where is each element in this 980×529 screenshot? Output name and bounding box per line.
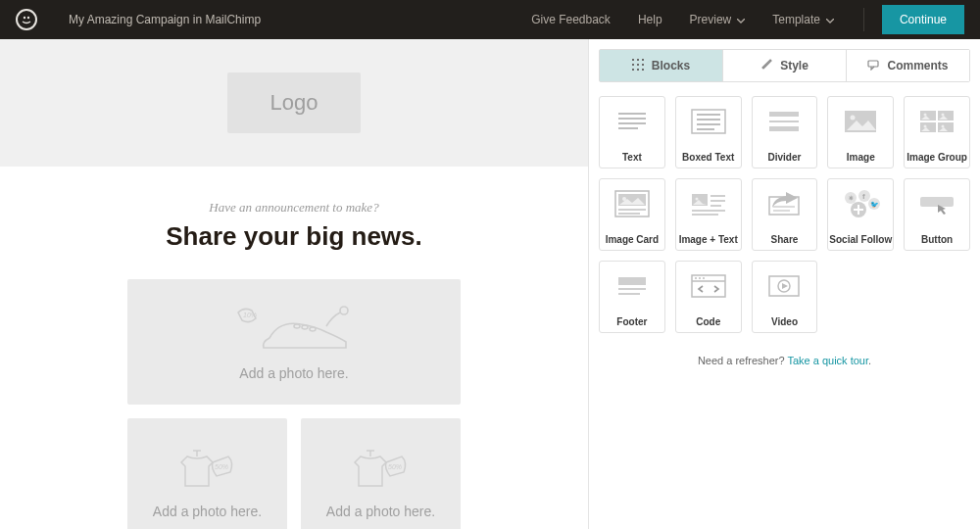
hero-title[interactable]: Share your big news. — [20, 221, 568, 252]
photo-caption: Add a photo here. — [153, 504, 262, 519]
logo-band: Logo — [0, 39, 588, 167]
svg-point-32 — [851, 116, 856, 120]
svg-text:50%: 50% — [215, 463, 228, 470]
svg-point-72 — [699, 277, 701, 279]
block-image-text[interactable]: Image + Text — [675, 178, 742, 251]
code-icon — [676, 262, 741, 311]
refresher-text: Need a refresher? — [698, 355, 788, 366]
svg-point-73 — [703, 277, 705, 279]
svg-rect-14 — [642, 64, 644, 66]
svg-point-47 — [695, 198, 698, 201]
block-label: Image + Text — [676, 228, 741, 250]
svg-rect-9 — [632, 59, 634, 61]
svg-text:✷: ✷ — [848, 194, 855, 203]
svg-rect-18 — [868, 61, 878, 67]
svg-point-1 — [27, 17, 29, 19]
svg-text:🐦: 🐦 — [870, 200, 879, 209]
svg-rect-11 — [642, 59, 644, 61]
svg-point-4 — [302, 325, 308, 329]
svg-point-3 — [294, 324, 300, 328]
preview-menu[interactable]: Preview — [690, 13, 746, 26]
image-group-icon — [905, 97, 969, 146]
tab-label: Style — [780, 59, 808, 72]
campaign-title: My Amazing Campaign in MailChimp — [69, 13, 261, 26]
paintbrush-icon — [760, 59, 772, 73]
block-boxed-text[interactable]: Boxed Text — [675, 96, 742, 168]
photo-placeholder-small[interactable]: 50% Add a photo here. — [127, 418, 287, 529]
block-share[interactable]: Share — [752, 178, 818, 251]
give-feedback-link[interactable]: Give Feedback — [531, 13, 611, 26]
svg-text:50%: 50% — [388, 463, 402, 470]
hero-subtitle[interactable]: Have an announcement to make? — [20, 200, 568, 216]
photo-placeholder-large[interactable]: 10% Add a photo here. — [127, 279, 461, 405]
svg-point-6 — [340, 307, 348, 314]
block-label: Share — [753, 228, 817, 250]
photo-grid: 10% Add a photo here. — [0, 262, 588, 529]
svg-rect-16 — [637, 69, 639, 71]
continue-button[interactable]: Continue — [882, 5, 964, 34]
block-social-follow[interactable]: ✷f🐦 Social Follow — [827, 178, 894, 251]
block-text[interactable]: Text — [599, 96, 665, 168]
template-menu[interactable]: Template — [772, 13, 834, 26]
photo-placeholder-small[interactable]: 50% Add a photo here. — [301, 418, 461, 529]
blocks-icon — [632, 59, 644, 73]
block-image-card[interactable]: Image Card — [599, 178, 665, 251]
block-footer[interactable]: Footer — [599, 261, 665, 333]
block-label: Text — [600, 146, 664, 168]
hero-section: Have an announcement to make? Share your… — [0, 167, 588, 262]
preview-label: Preview — [690, 13, 732, 26]
footer-icon — [600, 262, 664, 311]
tab-label: Comments — [887, 59, 948, 72]
svg-point-5 — [310, 327, 316, 331]
svg-point-71 — [695, 277, 697, 279]
photo-caption: Add a photo here. — [326, 504, 435, 519]
shoe-illustration-icon: 10% — [230, 303, 358, 356]
logo-placeholder[interactable]: Logo — [227, 72, 362, 133]
svg-text:10%: 10% — [243, 312, 257, 318]
svg-rect-10 — [637, 59, 639, 61]
block-label: Social Follow — [828, 228, 893, 250]
block-label: Button — [905, 228, 969, 250]
tab-comments[interactable]: Comments — [846, 50, 969, 81]
block-image-group[interactable]: Image Group — [904, 96, 970, 168]
svg-point-0 — [24, 17, 25, 19]
block-label: Image — [828, 146, 893, 168]
svg-text:f: f — [862, 192, 865, 201]
tab-style[interactable]: Style — [722, 50, 846, 81]
block-label: Image Card — [600, 228, 664, 250]
block-label: Footer — [600, 311, 664, 332]
design-panel: Blocks Style Comments — [588, 39, 980, 529]
button-icon — [905, 179, 969, 228]
svg-rect-69 — [692, 275, 725, 297]
email-canvas[interactable]: Logo Have an announcement to make? Share… — [0, 39, 588, 529]
image-card-icon — [600, 179, 664, 228]
chevron-down-icon — [737, 13, 745, 26]
svg-rect-65 — [920, 197, 954, 207]
block-image[interactable]: Image — [827, 96, 894, 168]
block-label: Divider — [753, 146, 817, 168]
block-code[interactable]: Code — [675, 261, 742, 333]
svg-rect-12 — [632, 64, 634, 66]
block-button[interactable]: Button — [904, 178, 970, 251]
block-label: Boxed Text — [676, 146, 741, 168]
share-icon — [753, 179, 817, 228]
block-label: Code — [676, 311, 741, 332]
take-tour-link[interactable]: Take a quick tour — [787, 355, 868, 366]
video-icon — [753, 262, 817, 311]
block-divider[interactable]: Divider — [752, 96, 818, 168]
mailchimp-logo[interactable] — [16, 9, 37, 30]
svg-rect-17 — [642, 69, 644, 71]
image-icon — [828, 97, 893, 146]
block-video[interactable]: Video — [752, 261, 818, 333]
help-link[interactable]: Help — [638, 13, 662, 26]
comment-icon — [867, 59, 879, 73]
tab-blocks[interactable]: Blocks — [600, 50, 722, 81]
social-follow-icon: ✷f🐦 — [828, 179, 893, 228]
svg-rect-15 — [632, 69, 634, 71]
block-label: Video — [753, 311, 817, 332]
image-text-icon — [676, 179, 741, 228]
shirt-illustration-icon: 50% — [164, 443, 252, 494]
block-label: Image Group — [905, 146, 969, 168]
refresher-hint: Need a refresher? Take a quick tour. — [589, 333, 980, 388]
divider-icon — [753, 97, 817, 146]
